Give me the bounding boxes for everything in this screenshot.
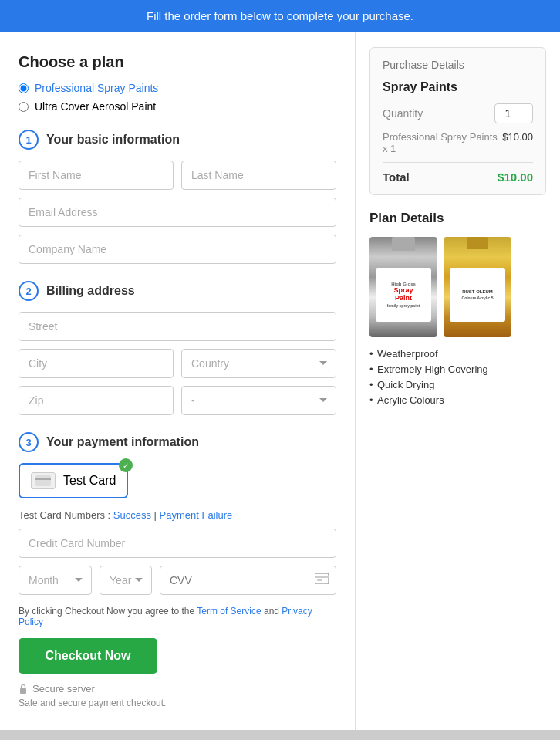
total-divider — [383, 162, 533, 163]
step-number-1: 1 — [19, 130, 39, 150]
cvv-input[interactable] — [160, 566, 336, 595]
feature-quick-drying: Quick Drying — [369, 379, 546, 390]
lock-icon — [19, 684, 28, 694]
step-title-2: Billing address — [46, 284, 135, 298]
step-title-3: Your payment information — [46, 435, 199, 449]
plan-option-ultra[interactable]: Ultra Cover Aerosol Paint — [19, 100, 336, 113]
product-image-can1: High Gloss Spray Paint family spray pain… — [369, 237, 437, 337]
month-year-group: Month January February March April May J… — [19, 566, 152, 595]
name-row — [19, 161, 336, 190]
street-row — [19, 312, 336, 341]
secure-row: Secure server — [19, 683, 336, 694]
year-select[interactable]: Year 2024 2025 2026 2027 2028 2029 — [100, 566, 152, 595]
feature-acrylic-colours: Acrylic Colours — [369, 394, 546, 406]
plan-line-price: $10.00 — [502, 131, 533, 154]
last-name-input[interactable] — [181, 161, 336, 190]
banner-text: Fill the order form below to complete yo… — [147, 9, 413, 22]
plan-radio-professional[interactable] — [19, 83, 29, 93]
step-number-3: 3 — [19, 432, 39, 452]
quantity-row: Quantity — [383, 103, 533, 123]
step-title-1: Your basic information — [46, 133, 180, 147]
zip-state-row: - — [19, 386, 336, 415]
selected-check-icon: ✓ — [119, 458, 133, 472]
checkout-button[interactable]: Checkout Now — [19, 638, 157, 674]
failure-link[interactable]: Payment Failure — [160, 509, 233, 521]
test-card-label: Test Card — [63, 474, 116, 488]
test-card-numbers: Test Card Numbers : Success | Payment Fa… — [19, 509, 336, 521]
state-select[interactable]: - — [181, 386, 336, 415]
section-billing-header: 2 Billing address — [19, 281, 336, 301]
right-panel: Purchase Details Spray Paints Quantity P… — [356, 32, 560, 730]
credit-card-input[interactable] — [19, 529, 336, 558]
svg-rect-4 — [317, 579, 322, 581]
first-name-input[interactable] — [19, 161, 174, 190]
cvv-card-icon — [315, 573, 329, 587]
svg-rect-2 — [315, 573, 329, 584]
feature-high-covering: Extremely High Covering — [369, 363, 546, 375]
plan-radio-ultra[interactable] — [19, 102, 29, 112]
total-price: $10.00 — [498, 171, 533, 184]
purchase-details-box: Purchase Details Spray Paints Quantity P… — [369, 47, 546, 195]
choose-plan-title: Choose a plan — [19, 53, 336, 71]
quantity-input[interactable] — [494, 103, 533, 123]
credit-card-row — [19, 529, 336, 558]
quantity-label: Quantity — [383, 107, 423, 120]
email-row — [19, 198, 336, 227]
success-link[interactable]: Success — [113, 509, 151, 521]
features-list: Weatherproof Extremely High Covering Qui… — [369, 348, 546, 406]
credit-card-icon — [31, 472, 56, 489]
svg-rect-3 — [315, 576, 329, 578]
section-basic-info-header: 1 Your basic information — [19, 130, 336, 150]
terms-text: By clicking Checkout Now you agree to th… — [19, 606, 336, 627]
product-images: High Gloss Spray Paint family spray pain… — [369, 237, 546, 337]
country-select[interactable]: Country United States United Kingdom Can… — [181, 349, 336, 378]
cvv-wrap — [160, 566, 336, 595]
total-label: Total — [383, 171, 410, 184]
month-select[interactable]: Month January February March April May J… — [19, 566, 92, 595]
test-card-option[interactable]: Test Card ✓ — [19, 463, 128, 498]
plan-price-row: Professional Spray Paints x 1 $10.00 — [383, 131, 533, 154]
safe-text: Safe and secure payment checkout. — [19, 698, 336, 708]
city-country-row: Country United States United Kingdom Can… — [19, 349, 336, 378]
spray-paints-title: Spray Paints — [383, 80, 533, 94]
svg-rect-0 — [35, 475, 51, 486]
zip-input[interactable] — [19, 386, 174, 415]
can2-label: RUST-OLEUM Colours Acrylic 5 — [450, 268, 505, 322]
plan-option-professional[interactable]: Professional Spray Paints — [19, 82, 336, 94]
can1-label: High Gloss Spray Paint family spray pain… — [376, 268, 431, 322]
plan-line-label: Professional Spray Paints x 1 — [383, 131, 502, 154]
feature-weatherproof: Weatherproof — [369, 348, 546, 360]
company-input[interactable] — [19, 235, 336, 264]
plan-details-title: Plan Details — [369, 211, 546, 226]
total-row: Total $10.00 — [383, 171, 533, 184]
svg-rect-1 — [35, 478, 51, 480]
plan-label-ultra: Ultra Cover Aerosol Paint — [35, 100, 156, 113]
plan-label-professional: Professional Spray Paints — [35, 82, 158, 94]
svg-rect-5 — [20, 688, 26, 694]
company-row — [19, 235, 336, 264]
terms-of-service-link[interactable]: Term of Service — [197, 606, 261, 617]
city-input[interactable] — [19, 349, 174, 378]
product-image-can2: RUST-OLEUM Colours Acrylic 5 — [444, 237, 511, 337]
street-input[interactable] — [19, 312, 336, 341]
top-banner: Fill the order form below to complete yo… — [0, 0, 560, 32]
email-input[interactable] — [19, 198, 336, 227]
secure-label: Secure server — [32, 683, 95, 694]
purchase-details-title: Purchase Details — [383, 59, 533, 71]
section-payment-header: 3 Your payment information — [19, 432, 336, 452]
left-panel: Choose a plan Professional Spray Paints … — [0, 32, 356, 730]
step-number-2: 2 — [19, 281, 39, 301]
month-year-cvv-row: Month January February March April May J… — [19, 566, 336, 595]
